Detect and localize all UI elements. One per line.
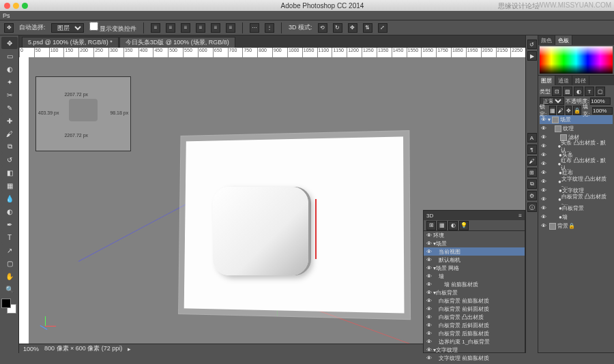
align-bot-icon[interactable]: ≡ xyxy=(226,23,235,33)
tab-layers[interactable]: 图层 xyxy=(538,76,555,85)
shape-tool[interactable]: ▢ xyxy=(1,257,18,269)
visibility-icon[interactable]: 👁 xyxy=(425,265,433,271)
history-panel-icon[interactable]: ↺ xyxy=(527,40,537,49)
3d-item-row[interactable]: 👁白板背景 后膨胀材质 xyxy=(424,329,525,337)
doc-info[interactable]: 800 像素 × 600 像素 (72 ppi) xyxy=(44,344,122,353)
visibility-icon[interactable]: 👁 xyxy=(425,249,433,255)
minimize-icon[interactable] xyxy=(13,3,19,9)
pan-icon[interactable]: ✥ xyxy=(348,23,357,33)
visibility-icon[interactable]: 👁 xyxy=(425,273,433,279)
dist-v-icon[interactable]: ⋮ xyxy=(265,23,274,33)
secondary-view[interactable]: 2267.72 px 2267.72 px 403.39 px 98.18 px xyxy=(35,76,131,151)
filter-type-icon[interactable]: T xyxy=(585,87,594,96)
3d-panel[interactable]: 3D ≡ ⊞ ▦ ◐ 💡 👁环境👁▾ 场景👁当前视图👁默认相机👁▾ 场景 网格👁… xyxy=(423,210,525,353)
panel-menu-icon[interactable]: ≡ xyxy=(518,213,522,219)
3d-item-row[interactable]: 👁▾ 文字纹理 xyxy=(424,346,525,354)
3d-item-row[interactable]: 👁白板背景 前斜面材质 xyxy=(424,305,525,313)
prop-panel-icon[interactable]: ⚙ xyxy=(527,191,537,200)
3d-item-row[interactable]: 👁墙 前膨胀材质 xyxy=(424,280,525,288)
visibility-icon[interactable]: 👁 xyxy=(540,117,548,123)
visibility-icon[interactable]: 👁 xyxy=(540,196,548,202)
visibility-icon[interactable]: 👁 xyxy=(425,298,433,304)
autoselect-dropdown[interactable]: 图层 xyxy=(51,23,84,33)
layer-row[interactable]: 👁纹理 xyxy=(540,124,613,133)
3d-rounded-box[interactable] xyxy=(213,187,308,275)
visibility-icon[interactable]: 👁 xyxy=(540,205,548,211)
visibility-icon[interactable]: 👁 xyxy=(425,257,433,263)
layer-row[interactable]: 👁● 头条 凸出材质 - 默认... xyxy=(540,142,613,151)
align-center-icon[interactable]: ≡ xyxy=(166,23,175,33)
tab-swatch[interactable]: 色板 xyxy=(555,35,572,45)
3d-item-row[interactable]: 👁▾ 白板背景 xyxy=(424,288,525,297)
doc-tab-1[interactable]: 5.psd @ 100% (场景, RGB/8) * xyxy=(22,37,119,48)
filter-shape-icon[interactable]: ▢ xyxy=(596,87,605,96)
fill-input[interactable] xyxy=(592,107,613,115)
3d-item-row[interactable]: 👁边界约束 1_白板背景 xyxy=(424,337,525,346)
brush-tool[interactable]: 🖌 xyxy=(1,127,18,140)
actions-panel-icon[interactable]: ▶ xyxy=(527,51,537,61)
tab-paths[interactable]: 路径 xyxy=(572,76,589,85)
visibility-icon[interactable]: 👁 xyxy=(425,347,433,353)
layer-row[interactable]: 👁● 文字纹理 凸出材质 -... xyxy=(540,177,613,186)
3d-item-row[interactable]: 👁墙 xyxy=(424,272,525,280)
3d-item-row[interactable]: 👁默认相机 xyxy=(424,256,525,264)
visibility-icon[interactable]: 👁 xyxy=(540,179,548,185)
lock-pixel-icon[interactable]: 🖌 xyxy=(557,106,564,115)
align-mid-icon[interactable]: ≡ xyxy=(211,23,220,33)
3d-item-row[interactable]: 👁▾ 场景 网格 xyxy=(424,264,525,272)
slide-icon[interactable]: ⇅ xyxy=(363,23,372,33)
show-transform-check[interactable]: 显示变换控件 xyxy=(89,22,137,33)
align-top-icon[interactable]: ≡ xyxy=(196,23,205,33)
tab-color[interactable]: 颜色 xyxy=(538,35,555,45)
visibility-icon[interactable]: 👁 xyxy=(425,314,433,320)
history-brush-tool[interactable]: ↺ xyxy=(1,153,18,166)
lock-pos-icon[interactable]: ✥ xyxy=(566,106,572,115)
opacity-input[interactable] xyxy=(590,97,611,105)
disclosure-icon[interactable]: ▾ xyxy=(548,117,551,123)
lock-trans-icon[interactable]: ▦ xyxy=(549,106,556,115)
visibility-icon[interactable]: 👁 xyxy=(540,223,548,229)
visibility-icon[interactable]: 👁 xyxy=(425,290,433,296)
color-swatches[interactable] xyxy=(1,299,16,314)
char-panel-icon[interactable]: A xyxy=(527,133,537,142)
3d-item-row[interactable]: 👁当前视图 xyxy=(424,247,525,256)
tab-channels[interactable]: 通道 xyxy=(555,76,572,85)
zoom-level[interactable]: 100% xyxy=(23,346,39,352)
3d-item-row[interactable]: 👁白板背景 凸出材质 xyxy=(424,313,525,321)
3d-panel-title[interactable]: 3D xyxy=(426,213,433,219)
blur-tool[interactable]: 💧 xyxy=(1,192,18,204)
layer-row[interactable]: 👁● 白板背景 凸出材质 -... xyxy=(540,195,613,204)
visibility-icon[interactable]: 👁 xyxy=(425,322,433,329)
visibility-icon[interactable]: 👁 xyxy=(540,187,548,194)
3d-item-row[interactable]: 👁▾ 场景 xyxy=(424,239,525,247)
visibility-icon[interactable]: 👁 xyxy=(540,125,548,132)
marquee-tool[interactable]: ▭ xyxy=(1,50,18,62)
dist-h-icon[interactable]: ⋯ xyxy=(250,23,259,33)
stamp-tool[interactable]: ⧉ xyxy=(1,140,18,153)
visibility-icon[interactable]: 👁 xyxy=(425,232,433,239)
visibility-icon[interactable]: 👁 xyxy=(425,282,433,288)
lasso-tool[interactable]: ◐ xyxy=(1,63,18,75)
brushpreset-panel-icon[interactable]: ⊞ xyxy=(527,168,537,177)
visibility-icon[interactable]: 👁 xyxy=(540,170,548,176)
visibility-icon[interactable]: 👁 xyxy=(540,152,548,158)
pen-tool[interactable]: ✒ xyxy=(1,218,18,230)
scale-icon[interactable]: ⤢ xyxy=(378,23,388,33)
brush-panel-icon[interactable]: 🖌 xyxy=(527,156,537,166)
crop-tool[interactable]: ✂ xyxy=(1,89,18,101)
orbit-icon[interactable]: ⟲ xyxy=(318,23,327,33)
roll-icon[interactable]: ↻ xyxy=(333,23,342,33)
para-panel-icon[interactable]: ¶ xyxy=(527,145,537,154)
type-tool[interactable]: T xyxy=(1,231,18,243)
3d-item-row[interactable]: 👁文字纹理 前膨胀材质 xyxy=(424,354,525,362)
align-left-icon[interactable]: ≡ xyxy=(151,23,160,33)
visibility-icon[interactable]: 👁 xyxy=(425,331,433,337)
align-right-icon[interactable]: ≡ xyxy=(181,23,190,33)
3d-item-row[interactable]: 👁白板背景 前膨胀材质 xyxy=(424,297,525,305)
lock-all-icon[interactable]: 🔒 xyxy=(573,106,581,115)
fg-color[interactable] xyxy=(1,299,11,308)
filter-pixel-icon[interactable]: ▨ xyxy=(563,87,572,96)
3d-filter-light-icon[interactable]: 💡 xyxy=(459,221,469,230)
visibility-icon[interactable]: 👁 xyxy=(540,161,547,167)
dodge-tool[interactable]: ◐ xyxy=(1,205,18,217)
